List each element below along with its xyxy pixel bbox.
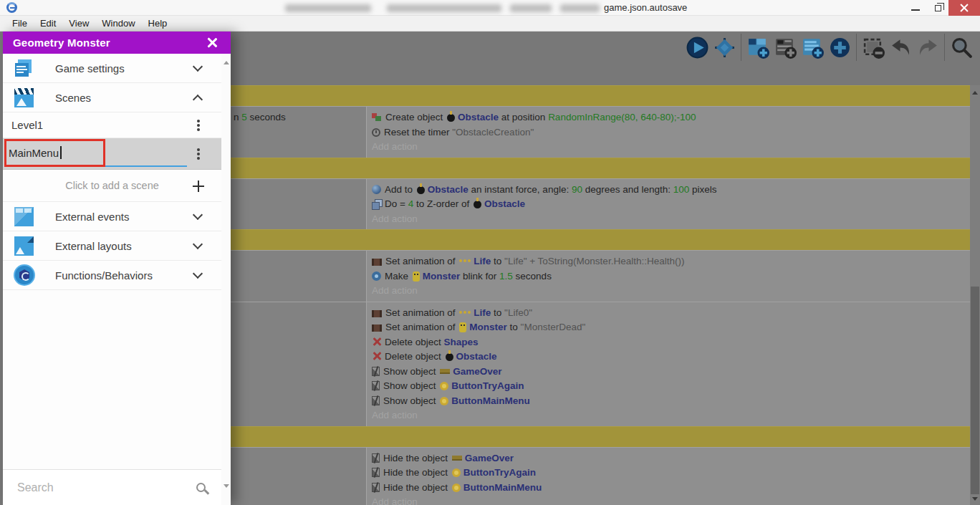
show-object-action[interactable]: Show object ButtonTryAgain <box>372 379 967 394</box>
scenes-icon <box>14 88 34 107</box>
object-name: Obstacle <box>428 184 469 195</box>
add-other-button[interactable] <box>828 36 852 59</box>
menu-item-help[interactable]: Help <box>142 16 174 32</box>
delete-object-action[interactable]: Delete object Shapes <box>372 335 967 350</box>
menubar: FileEditViewWindowHelp <box>0 16 980 32</box>
sidebar-item-scenes[interactable]: Scenes <box>3 83 221 112</box>
delete-object-action[interactable]: Delete object Obstacle <box>372 350 967 365</box>
close-icon <box>959 3 969 13</box>
add-subevent-button[interactable] <box>801 36 825 59</box>
event-group-header[interactable] <box>231 229 970 250</box>
hide-object-action[interactable]: Hide the object GameOver <box>372 451 967 466</box>
add-icon[interactable] <box>193 181 204 192</box>
segment: RandomInRange(80, 640-80);-100 <box>548 112 696 122</box>
set-animation-action[interactable]: Set animation of Life to "Life" + ToStri… <box>372 254 967 269</box>
add-action-button[interactable]: Add action <box>372 495 967 505</box>
add-action-button[interactable]: Add action <box>372 408 967 423</box>
close-button[interactable] <box>948 0 980 16</box>
preview-button[interactable] <box>686 36 709 59</box>
redo-button[interactable] <box>916 36 940 59</box>
show-object-action[interactable]: Show object GameOver <box>372 365 967 380</box>
event-conditions[interactable] <box>231 251 367 302</box>
chevron-down-icon[interactable] <box>193 209 203 219</box>
scene-label: Level1 <box>11 119 197 131</box>
scene-options-icon[interactable] <box>197 120 200 122</box>
minimize-button[interactable] <box>904 0 927 16</box>
menu-item-window[interactable]: Window <box>95 16 141 32</box>
hide-object-action[interactable]: Hide the object ButtonTryAgain <box>372 466 967 481</box>
menu-item-edit[interactable]: Edit <box>34 16 62 32</box>
scene-item-editing <box>3 138 221 170</box>
scroll-up-icon[interactable] <box>972 91 978 95</box>
segment: Make <box>385 271 411 282</box>
segment: Hide the object <box>383 453 451 463</box>
set-animation-action[interactable]: Set animation of Life to "Life0" <box>372 306 967 321</box>
menu-item-view[interactable]: View <box>62 16 95 32</box>
z-order-action[interactable]: Do = 4 to Z-order of Obstacle <box>372 197 967 212</box>
events-sheet[interactable]: n 5 secondsCreate object Obstacle at pos… <box>231 85 970 505</box>
event-conditions[interactable] <box>231 448 367 505</box>
search-button[interactable] <box>950 36 974 59</box>
close-panel-icon[interactable] <box>206 37 218 49</box>
chevron-down-icon[interactable] <box>193 61 203 71</box>
sidebar-item-external-events[interactable]: External events <box>3 202 221 231</box>
bomb-object-icon <box>446 353 453 361</box>
sidebar-item-game-settings[interactable]: Game settings <box>3 54 221 83</box>
segment: Add to <box>385 184 415 195</box>
event-row: n 5 secondsCreate object Obstacle at pos… <box>231 106 970 158</box>
search-input[interactable] <box>17 481 196 494</box>
chevron-down-icon[interactable] <box>193 268 203 278</box>
scene-rename-input[interactable] <box>9 144 177 161</box>
debug-button[interactable] <box>713 36 736 59</box>
undo-button[interactable] <box>889 36 913 59</box>
segment: 5 <box>241 112 247 122</box>
section-label: Functions/Behaviors <box>55 269 194 282</box>
chevron-down-icon[interactable] <box>193 239 203 249</box>
menu-item-file[interactable]: File <box>6 16 34 32</box>
event-group-header[interactable] <box>231 85 970 106</box>
delete-event-button[interactable] <box>862 36 885 59</box>
segment: Delete object <box>385 337 444 347</box>
reset-timer-action[interactable]: Reset the timer "ObstacleCreation" <box>372 125 967 140</box>
hide-object-action[interactable]: Hide the object ButtonMainMenu <box>372 481 967 496</box>
add-force-action[interactable]: Add to Obstacle an instant force, angle:… <box>372 183 967 198</box>
set-animation-action[interactable]: Set animation of Monster to "MonsterDead… <box>372 320 967 335</box>
toolbar-separator <box>944 34 945 61</box>
chevron-up-icon[interactable] <box>193 94 203 104</box>
scene-item-level1[interactable]: Level1 <box>3 112 221 138</box>
event-actions: Set animation of Life to "Life0"Set anim… <box>367 302 970 426</box>
window-title: game.json.autosave <box>604 2 687 13</box>
scrollbar-thumb[interactable] <box>971 287 979 494</box>
scene-options-icon[interactable] <box>197 148 200 151</box>
sidebar-item-external-layouts[interactable]: External layouts <box>3 231 221 261</box>
event-conditions[interactable]: n 5 seconds <box>231 107 367 158</box>
add-action-button[interactable]: Add action <box>372 212 967 227</box>
blink-action[interactable]: Make Monster blink for 1.5 seconds <box>372 269 967 284</box>
show-object-action[interactable]: Show object ButtonMainMenu <box>372 394 967 409</box>
add-event-button[interactable] <box>746 36 770 59</box>
force-action-icon <box>372 185 381 194</box>
event-conditions[interactable] <box>231 179 367 230</box>
segment: n <box>234 112 241 122</box>
event-group-header[interactable] <box>231 426 970 447</box>
scroll-down-icon[interactable] <box>224 484 229 488</box>
search-bar <box>3 469 221 505</box>
restore-button[interactable] <box>927 0 948 16</box>
panel-scrollbar[interactable] <box>221 54 231 505</box>
event-group-header[interactable] <box>231 158 970 178</box>
events-scrollbar[interactable] <box>970 85 980 505</box>
zorder-action-icon <box>372 199 381 208</box>
event-conditions[interactable] <box>231 302 367 426</box>
add-action-button[interactable]: Add action <box>372 140 967 155</box>
scroll-up-icon[interactable] <box>224 61 229 64</box>
sidebar-item-functions-behaviors[interactable]: Functions/Behaviors <box>3 261 221 290</box>
visib-action-icon <box>372 468 380 477</box>
add-action-button[interactable]: Add action <box>372 284 967 299</box>
add-comment-button[interactable] <box>774 36 797 59</box>
segment: an instant force, angle: <box>469 184 572 195</box>
visib-action-icon <box>372 367 380 376</box>
create-object-action[interactable]: Create object Obstacle at position Rando… <box>372 110 967 125</box>
scroll-down-icon[interactable] <box>972 497 978 501</box>
add-scene-row[interactable]: Click to add a scene <box>3 170 221 202</box>
life-object-icon <box>459 259 462 262</box>
